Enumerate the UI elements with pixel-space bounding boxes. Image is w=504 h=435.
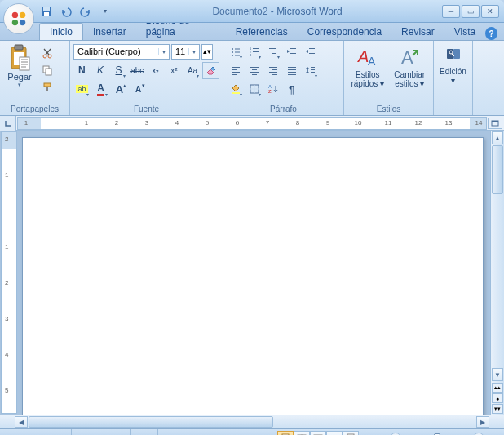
justify-button[interactable] xyxy=(283,62,300,79)
group-paragraph: 123 AZ ¶ Párrafo xyxy=(223,41,344,115)
document-viewport[interactable] xyxy=(17,131,490,415)
svg-rect-46 xyxy=(269,67,277,68)
tab-vista[interactable]: Vista xyxy=(444,24,485,40)
format-painter-button[interactable] xyxy=(39,80,55,95)
help-button[interactable]: ? xyxy=(485,27,497,40)
zoom-out-button[interactable]: − xyxy=(390,433,401,436)
align-right-button[interactable] xyxy=(264,62,281,79)
tab-selector[interactable] xyxy=(0,116,16,131)
vscroll-track[interactable] xyxy=(491,145,504,367)
next-page-button[interactable]: ▾▾ xyxy=(492,404,503,414)
close-button[interactable]: ✕ xyxy=(481,5,499,18)
svg-rect-14 xyxy=(46,69,51,75)
underline-button[interactable]: S xyxy=(110,62,127,79)
svg-rect-51 xyxy=(288,69,296,70)
title-bar: ▾ Documento2 - Microsoft Word ─ ▭ ✕ xyxy=(0,0,504,23)
word-count[interactable]: Palabras: 0 xyxy=(72,429,131,435)
group-styles: AA Estilos rápidos ▾ A Cambiar estilos ▾… xyxy=(344,41,434,115)
svg-rect-43 xyxy=(252,69,257,70)
strikethrough-button[interactable]: abc xyxy=(129,62,146,79)
svg-point-19 xyxy=(232,51,233,53)
vscroll-thumb[interactable] xyxy=(492,145,503,194)
full-screen-view[interactable] xyxy=(294,431,310,436)
svg-rect-41 xyxy=(232,74,237,75)
tab-correspondencia[interactable]: Correspondencia xyxy=(298,24,391,40)
increase-indent-button[interactable] xyxy=(302,43,319,60)
outline-view[interactable] xyxy=(326,431,343,436)
scroll-left-button[interactable]: ◀ xyxy=(15,416,28,428)
vertical-scrollbar: ▲ ▼ ▴▴ ● ▾▾ xyxy=(490,131,504,415)
page-status[interactable]: Página: 1 de 1 xyxy=(0,429,72,435)
zoom-in-button[interactable]: + xyxy=(473,433,484,436)
redo-button[interactable] xyxy=(78,4,93,19)
hscroll-thumb[interactable] xyxy=(29,416,273,428)
font-color-button[interactable]: A xyxy=(92,81,109,98)
paste-button[interactable]: Pegar ▾ xyxy=(3,42,36,104)
decrease-indent-button[interactable] xyxy=(283,43,300,60)
resize-grip[interactable] xyxy=(489,432,502,436)
numbering-button[interactable]: 123 xyxy=(245,43,263,60)
svg-rect-45 xyxy=(252,74,257,75)
group-font: Calibri (Cuerpo)▾ 11▾ ▴▾ N K S abc x₂ x²… xyxy=(70,41,223,115)
draft-view[interactable] xyxy=(343,431,359,436)
svg-rect-71 xyxy=(492,121,498,122)
sort-button[interactable]: AZ xyxy=(264,81,281,98)
shading-button[interactable] xyxy=(227,81,244,98)
highlight-button[interactable]: ab xyxy=(73,81,91,98)
quick-styles-button[interactable]: AA Estilos rápidos ▾ xyxy=(347,42,388,104)
font-size-stepper[interactable]: ▴▾ xyxy=(201,44,213,60)
scroll-right-button[interactable]: ▶ xyxy=(476,416,489,428)
page[interactable] xyxy=(22,137,484,415)
svg-rect-44 xyxy=(250,72,259,73)
font-group-label: Fuente xyxy=(73,104,219,114)
subscript-button[interactable]: x₂ xyxy=(148,62,165,79)
superscript-button[interactable]: x² xyxy=(166,62,183,79)
maximize-button[interactable]: ▭ xyxy=(462,5,480,18)
grow-font-button[interactable]: A▴ xyxy=(111,81,128,98)
save-button[interactable] xyxy=(39,4,54,19)
tab-insertar[interactable]: Insertar xyxy=(83,24,136,40)
svg-rect-34 xyxy=(290,53,296,54)
qat-customize-dropdown[interactable]: ▾ xyxy=(98,4,113,19)
hscroll-track[interactable] xyxy=(29,415,475,428)
line-spacing-button[interactable] xyxy=(302,62,319,79)
print-layout-view[interactable] xyxy=(277,431,294,436)
scroll-up-button[interactable]: ▲ xyxy=(492,131,503,144)
change-styles-button[interactable]: A Cambiar estilos ▾ xyxy=(390,42,431,104)
proofing-status[interactable] xyxy=(131,429,158,435)
minimize-button[interactable]: ─ xyxy=(442,5,460,18)
svg-rect-52 xyxy=(288,72,296,73)
clear-formatting-button[interactable] xyxy=(202,62,219,79)
vertical-ruler[interactable]: 2112345 xyxy=(1,131,17,414)
scroll-down-button[interactable]: ▼ xyxy=(492,368,503,381)
bold-button[interactable]: N xyxy=(73,62,91,79)
font-name-combo[interactable]: Calibri (Cuerpo)▾ xyxy=(73,44,170,60)
align-left-button[interactable] xyxy=(227,62,244,79)
font-size-combo[interactable]: 11▾ xyxy=(171,44,200,60)
bullets-button[interactable] xyxy=(227,43,244,60)
undo-button[interactable] xyxy=(59,4,73,19)
align-center-button[interactable] xyxy=(245,62,263,79)
italic-button[interactable]: K xyxy=(92,62,109,79)
editing-button[interactable]: Edición▾ xyxy=(437,42,469,104)
office-button[interactable] xyxy=(3,3,34,34)
svg-rect-36 xyxy=(309,51,315,51)
cut-button[interactable] xyxy=(39,46,55,60)
svg-text:A: A xyxy=(368,55,376,68)
ruler-toggle-button[interactable] xyxy=(488,118,502,129)
show-marks-button[interactable]: ¶ xyxy=(283,81,300,98)
copy-button[interactable] xyxy=(39,63,55,78)
svg-rect-26 xyxy=(253,51,259,52)
horizontal-ruler[interactable]: 11234567891011121314 xyxy=(17,117,487,130)
svg-rect-15 xyxy=(44,83,51,87)
web-layout-view[interactable] xyxy=(310,431,326,436)
tab-referencias[interactable]: Referencias xyxy=(226,24,298,40)
change-case-button[interactable]: Aa xyxy=(184,62,201,79)
shrink-font-button[interactable]: A▾ xyxy=(130,81,147,98)
browse-object-button[interactable]: ● xyxy=(492,393,503,403)
tab-revisar[interactable]: Revisar xyxy=(391,24,444,40)
borders-button[interactable] xyxy=(245,81,263,98)
tab-inicio[interactable]: Inicio xyxy=(39,23,83,40)
multilevel-list-button[interactable] xyxy=(264,43,281,60)
prev-page-button[interactable]: ▴▴ xyxy=(492,383,503,393)
